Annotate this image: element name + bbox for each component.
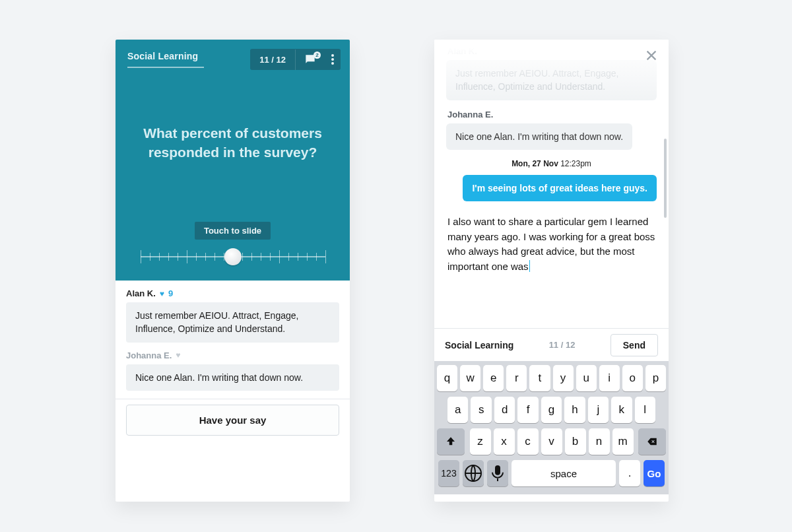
go-key[interactable]: Go [644, 460, 665, 486]
shift-key[interactable] [437, 428, 465, 455]
letter-key[interactable]: s [471, 397, 491, 423]
letter-key[interactable]: z [470, 428, 491, 455]
chat-badge: 2 [314, 51, 321, 59]
shift-icon [445, 436, 457, 448]
like-count: 9 [168, 288, 173, 298]
keyboard: qwertyuiop asdfghjkl zxcvbnm 123 space .… [434, 361, 669, 494]
slider[interactable] [141, 249, 325, 265]
comment-text: Just remember AEIOU. Attract, Engage, In… [126, 302, 339, 343]
letter-key[interactable]: j [588, 397, 609, 423]
comment-author: Alan K. [126, 288, 156, 298]
compose-bar-title: Social Learning [445, 340, 513, 350]
letter-key[interactable]: r [506, 365, 527, 391]
globe-icon [463, 463, 484, 484]
comment-header: Johanna E. ♥ [126, 350, 339, 360]
svg-point-1 [331, 58, 334, 61]
question-area: What percent of customers responded in t… [116, 70, 350, 222]
more-button[interactable] [325, 50, 341, 69]
letter-key[interactable]: x [494, 428, 515, 455]
svg-point-2 [331, 62, 334, 65]
chat-screen: Alan K. Just remember AEIOU. Attract, En… [434, 40, 669, 502]
compose-bar: Social Learning 11 / 12 Send [434, 328, 669, 361]
letter-key[interactable]: b [565, 428, 586, 455]
progress-counter: 11 / 12 [250, 50, 296, 70]
own-message: I'm seeing lots of great ideas here guys… [446, 175, 657, 201]
survey-hero: Social Learning 11 / 12 2 What percent o… [116, 40, 350, 281]
svg-rect-4 [495, 465, 500, 475]
letter-key[interactable]: g [541, 397, 562, 423]
letter-key[interactable]: h [564, 397, 585, 423]
timestamp-divider: Mon, 27 Nov 12:23pm [446, 159, 657, 168]
cta-area: Have your say [116, 399, 350, 448]
header-title-wrap: Social Learning [127, 51, 204, 68]
letter-key[interactable]: d [494, 397, 515, 423]
letter-key[interactable]: a [447, 397, 468, 423]
heart-icon[interactable]: ♥ [160, 289, 164, 298]
send-button[interactable]: Send [610, 334, 658, 356]
have-your-say-button[interactable]: Have your say [126, 405, 339, 436]
timestamp-day: Mon, 27 Nov [512, 159, 558, 168]
numbers-key[interactable]: 123 [438, 460, 459, 486]
close-button[interactable] [641, 45, 662, 66]
keyboard-row-2: asdfghjkl [437, 397, 666, 423]
scrollbar[interactable] [664, 139, 667, 218]
text-caret [529, 260, 530, 272]
period-key[interactable]: . [619, 460, 640, 486]
compose-input[interactable]: I also want to share a particular gem I … [446, 211, 657, 274]
letter-key[interactable]: k [611, 397, 632, 423]
letter-key[interactable]: t [529, 365, 550, 391]
letter-key[interactable]: n [589, 428, 610, 455]
svg-point-0 [331, 54, 334, 57]
comments-list: Alan K. ♥ 9 Just remember AEIOU. Attract… [116, 281, 350, 391]
comment-item: Johanna E. ♥ Nice one Alan. I'm writing … [126, 350, 339, 391]
survey-header: Social Learning 11 / 12 2 [116, 40, 350, 70]
header-title: Social Learning [127, 51, 204, 65]
letter-key[interactable]: i [599, 365, 620, 391]
letter-key[interactable]: o [622, 365, 643, 391]
close-icon [644, 48, 659, 63]
heart-icon[interactable]: ♥ [176, 350, 180, 360]
letter-key[interactable]: c [517, 428, 539, 455]
chat-button[interactable]: 2 [296, 49, 325, 70]
backspace-key[interactable] [638, 428, 666, 455]
timestamp-time: 12:23pm [560, 159, 591, 168]
slider-area: Touch to slide [116, 222, 350, 281]
comment-text: Nice one Alan. I'm writing that down now… [126, 364, 339, 391]
comment-header: Alan K. ♥ 9 [126, 288, 339, 298]
letter-key[interactable]: w [460, 365, 480, 391]
globe-key[interactable] [463, 460, 484, 486]
letter-key[interactable]: l [635, 397, 655, 423]
survey-screen: Social Learning 11 / 12 2 What percent o… [116, 40, 350, 502]
chat-thread: Alan K. Just remember AEIOU. Attract, En… [434, 40, 669, 328]
message-bubble: Just remember AEIOU. Attract, Engage, In… [446, 60, 657, 100]
keyboard-row-4: 123 space . Go [437, 460, 666, 486]
letter-key[interactable]: q [437, 365, 457, 391]
slider-instruction: Touch to slide [195, 222, 271, 240]
slider-thumb[interactable] [224, 248, 242, 265]
more-vertical-icon [331, 54, 334, 65]
chat-message: Alan K. Just remember AEIOU. Attract, En… [446, 46, 657, 100]
header-actions: 11 / 12 2 [250, 49, 341, 70]
message-author: Johanna E. [447, 110, 657, 119]
letter-key[interactable]: f [517, 397, 538, 423]
letter-key[interactable]: e [483, 365, 504, 391]
mic-icon [487, 463, 508, 484]
question-text: What percent of customers responded in t… [135, 123, 330, 162]
chat-message: Johanna E. Nice one Alan. I'm writing th… [446, 110, 657, 150]
letter-key[interactable]: v [541, 428, 562, 455]
compose-bar-counter: 11 / 12 [549, 340, 576, 350]
comment-item: Alan K. ♥ 9 Just remember AEIOU. Attract… [126, 288, 339, 343]
dictation-key[interactable] [487, 460, 508, 486]
letter-key[interactable]: y [553, 365, 574, 391]
keyboard-row-3: zxcvbnm [437, 428, 666, 455]
message-author: Alan K. [447, 46, 657, 56]
comment-author: Johanna E. [126, 350, 172, 360]
keyboard-row-1: qwertyuiop [437, 365, 666, 391]
letter-key[interactable]: p [645, 365, 666, 391]
letter-key[interactable]: m [612, 428, 634, 455]
letter-key[interactable]: u [576, 365, 597, 391]
backspace-icon [646, 436, 658, 448]
space-key[interactable]: space [512, 460, 616, 486]
header-title-underline [127, 67, 204, 68]
chat-scroll[interactable]: Alan K. Just remember AEIOU. Attract, En… [434, 40, 669, 274]
